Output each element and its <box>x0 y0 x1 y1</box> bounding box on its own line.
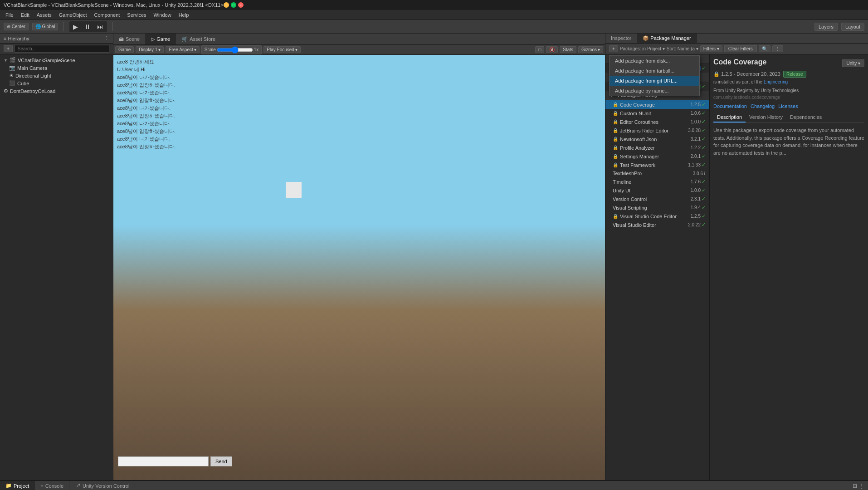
pkg-item-textmeshpro[interactable]: TextMeshPro 3.0.6 ℹ <box>605 169 709 177</box>
scale-control[interactable]: Scale 1x <box>201 45 262 54</box>
maximize-button[interactable]: □ <box>231 2 236 8</box>
pkg-item-vscode-editor[interactable]: 🔒 Visual Studio Code Editor 1.2.5 ✓ <box>605 212 709 220</box>
hierarchy-search[interactable] <box>15 45 109 53</box>
gizmos-btn[interactable]: Gizmos ▾ <box>578 46 603 53</box>
pkg-item-vs-editor[interactable]: Visual Studio Editor 2.0.22 ✓ <box>605 220 709 229</box>
dropdown-add-from-disk[interactable]: Add package from disk... <box>610 56 699 66</box>
hierarchy-item-directional-light[interactable]: ☀ Directional Light <box>0 72 113 79</box>
minimize-button[interactable]: − <box>224 2 229 8</box>
hierarchy-item-scene[interactable]: ▼ 🎬 VChatBlankSampleScene <box>0 56 113 64</box>
scale-slider[interactable] <box>217 46 253 54</box>
menu-help[interactable]: Help <box>175 11 193 19</box>
hierarchy-options[interactable]: ⋮ <box>104 35 109 41</box>
dropdown-add-from-tarball[interactable]: Add package from tarball... <box>610 66 699 76</box>
pkg-more-options[interactable]: ⋮ <box>772 45 783 52</box>
menubar: File Edit Assets GameObject Component Se… <box>0 10 868 20</box>
clear-filters-button[interactable]: Clear Filters <box>724 45 757 52</box>
expand-icon: ▼ <box>4 58 8 63</box>
menu-file[interactable]: File <box>2 11 17 19</box>
pkg-item-test-framework[interactable]: 🔒 Test Framework 1.1.33 ✓ <box>605 161 709 169</box>
more-options-button[interactable]: ⋮ <box>859 483 864 489</box>
layout-button[interactable]: Layout <box>841 23 864 31</box>
pkg-item-editor-coroutines-right: 1.0.0 ✓ <box>691 119 706 125</box>
menu-services[interactable]: Services <box>123 11 150 19</box>
pkg-item-custom-nunit[interactable]: 🔒 Custom NUnit 1.0.6 ✓ <box>605 109 709 118</box>
pkg-test-framework-check: ✓ <box>702 162 706 168</box>
pkg-item-settings-manager[interactable]: 🔒 Settings Manager 2.0.1 ✓ <box>605 152 709 161</box>
bottom-tab-bar: 📁 Project ≡ Console ⎇ Unity Version Cont… <box>0 481 868 490</box>
display-selector[interactable]: Display 1 ▾ <box>136 46 164 53</box>
pkg-visual-scripting-label: Visual Scripting <box>613 205 647 211</box>
light-icon: ☀ <box>9 73 14 78</box>
layers-button[interactable]: Layers <box>814 23 838 31</box>
project-tab[interactable]: 📁 Project <box>0 481 35 490</box>
asset-store-tab[interactable]: 🛒 Asset Store <box>176 34 221 44</box>
engineering-link[interactable]: Engineering <box>764 79 788 84</box>
pkg-item-profile-analyzer[interactable]: 🔒 Profile Analyzer 1.2.2 ✓ <box>605 143 709 152</box>
unity-button[interactable]: Unity ▾ <box>842 59 864 67</box>
pivot-btn[interactable]: ⊕ Center <box>4 23 29 30</box>
menu-assets[interactable]: Assets <box>33 11 55 19</box>
changelog-link[interactable]: Changelog <box>751 103 775 109</box>
global-btn[interactable]: 🌐 Global <box>32 23 59 30</box>
pkg-item-newtonsoft-right: 3.2.1 ✓ <box>691 136 706 142</box>
chat-input-field[interactable] <box>118 456 209 466</box>
pkg-settings-manager-label: Settings Manager <box>620 154 659 159</box>
scene-tab[interactable]: 🏔 Scene <box>113 34 146 44</box>
package-list: ▼ Packages - Pim de Witte VChatCloudUnit… <box>605 54 710 480</box>
pkg-search-button[interactable]: 🔍 <box>759 45 770 52</box>
project-tab-label: Project <box>14 483 29 489</box>
pkg-item-unity-ui[interactable]: Unity UI 1.0.0 ✓ <box>605 186 709 195</box>
version-control-tab[interactable]: ⎇ Unity Version Control <box>69 481 135 490</box>
pkg-item-editor-coroutines[interactable]: 🔒 Editor Coroutines 1.0.0 ✓ <box>605 118 709 126</box>
hierarchy-item-main-camera[interactable]: 📷 Main Camera <box>0 64 113 72</box>
pkg-item-jetbrains-right: 3.0.28 ✓ <box>688 127 706 133</box>
inspector-tab[interactable]: Inspector <box>605 34 637 43</box>
step-button[interactable]: ⏭ <box>94 22 106 31</box>
pkg-item-newtonsoft[interactable]: 🔒 Newtonsoft Json 3.2.1 ✓ <box>605 135 709 143</box>
console-tab[interactable]: ≡ Console <box>35 481 69 490</box>
dropdown-add-by-name[interactable]: Add package by name... <box>610 86 699 96</box>
version-history-tab[interactable]: Version History <box>746 113 786 122</box>
filters-button[interactable]: Filters ▾ <box>700 45 722 52</box>
menu-gameobject[interactable]: GameObject <box>55 11 91 19</box>
package-manager-tab[interactable]: 📦 Package Manager <box>637 34 697 43</box>
menu-edit[interactable]: Edit <box>17 11 33 19</box>
hierarchy-item-cube[interactable]: ⬛ Cube <box>0 79 113 87</box>
play-focused-btn[interactable]: Play Focused ▾ <box>263 46 301 53</box>
play-focused-label: Play Focused <box>267 47 294 52</box>
play-button[interactable]: ▶ <box>70 22 81 31</box>
chat-overlay: ace8 안녕하세요 U-User 네 Hi ace8님이 나가셨습니다. ac… <box>113 55 605 155</box>
hierarchy-scene-label: VChatBlankSampleScene <box>18 58 75 63</box>
lock-icon-editor-coroutines: 🔒 <box>613 119 618 124</box>
hierarchy-item-dontdestroy[interactable]: ⚙ DontDestroyOnLoad <box>0 87 113 95</box>
menu-window[interactable]: Window <box>150 11 175 19</box>
hierarchy-add-button[interactable]: + <box>4 45 13 52</box>
pkg-item-visual-scripting[interactable]: Visual Scripting 1.9.4 ✓ <box>605 203 709 212</box>
collapse-panel-button[interactable]: ⊟ <box>853 483 857 489</box>
pkg-item-textmeshpro-right: 3.0.6 ℹ <box>693 171 706 176</box>
dropdown-add-from-git[interactable]: Add package from git URL... <box>610 76 699 86</box>
documentation-link[interactable]: Documentation <box>713 103 747 109</box>
close-button[interactable]: × <box>238 2 244 8</box>
dependencies-tab[interactable]: Dependencies <box>786 113 825 122</box>
pkg-item-jetbrains[interactable]: 🔒 JetBrains Rider Editor 3.0.28 ✓ <box>605 126 709 135</box>
maximize-on-play-btn[interactable]: □ <box>535 46 544 53</box>
pkg-item-code-coverage[interactable]: 🔒 Code Coverage 1.2.5 ✓ <box>605 100 709 109</box>
add-package-button[interactable]: + <box>609 45 618 52</box>
game-display-btn[interactable]: Game <box>115 46 134 53</box>
pkg-item-version-control[interactable]: Version Control 2.3.1 ✓ <box>605 195 709 203</box>
info-icon-textmeshpro: ℹ <box>704 171 706 176</box>
game-tab[interactable]: ▷ Game <box>146 34 176 44</box>
pkg-item-version-control-left: Version Control <box>613 196 647 202</box>
send-button[interactable]: Send <box>210 456 232 466</box>
licenses-link[interactable]: Licenses <box>778 103 798 109</box>
object-icon: ⚙ <box>4 88 8 94</box>
description-tab[interactable]: Description <box>713 113 746 122</box>
menu-component[interactable]: Component <box>90 11 123 19</box>
pause-button[interactable]: ⏸ <box>82 22 93 31</box>
pkg-item-timeline[interactable]: Timeline 1.7.6 ✓ <box>605 177 709 186</box>
aspect-selector[interactable]: Free Aspect ▾ <box>166 46 199 53</box>
stats-btn[interactable]: Stats <box>560 46 576 53</box>
mute-audio-btn[interactable]: 🔇 <box>546 46 558 53</box>
